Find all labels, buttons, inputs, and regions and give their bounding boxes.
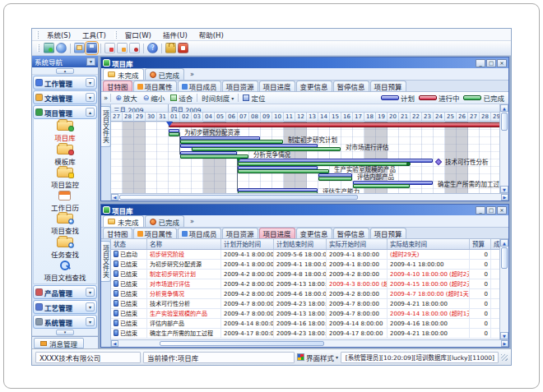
restore-button[interactable]: □ (486, 206, 496, 214)
help-icon[interactable] (147, 43, 158, 53)
tab-项目预算[interactable]: 项目预算 (370, 81, 406, 91)
sidebar-collapse-button[interactable]: ▾ (86, 58, 95, 66)
sync-icon[interactable] (44, 43, 54, 53)
menu-item[interactable]: 系统(S) (41, 30, 77, 39)
sidebar-item-模板库[interactable]: 模板库 (54, 145, 76, 166)
window-titlebar[interactable]: 项目库 _ □ × (101, 58, 508, 68)
tabs-overflow-button[interactable]: » (188, 217, 197, 227)
column-header-状态[interactable]: 状态 (111, 239, 147, 249)
sidebar-item-工作日历[interactable]: 工作日历 (51, 191, 79, 212)
table-row[interactable]: 已结束为初步研究分配资源2009-4-1 8:00:002009-4-1 18:… (111, 260, 499, 270)
locate-button[interactable]: 定位 (241, 93, 267, 103)
resize-grip[interactable] (501, 354, 508, 361)
toolbar-overflow-button[interactable]: » (104, 94, 108, 102)
toolbar-grip-handle[interactable] (37, 44, 39, 52)
restore-button[interactable]: □ (486, 59, 496, 67)
scroll-right-arrow[interactable]: ▶ (501, 194, 508, 201)
table-row[interactable]: 已结束评估内部产品2009-4-14 8:00:002009-4-16 18:0… (111, 319, 499, 329)
chevron-down-icon[interactable]: ▾ (86, 93, 95, 102)
exit-icon[interactable] (178, 43, 188, 53)
scroll-up-arrow[interactable]: ▲ (500, 239, 508, 247)
window-titlebar[interactable]: 项目库 _ □ × (101, 205, 508, 215)
table-row[interactable]: 已结束生产实验室规模的产品2009-4-7 8:00:002009-4-13 1… (111, 309, 499, 319)
sidebar-item-任务查找[interactable]: 任务查找 (51, 238, 79, 259)
gantt-bar-actual[interactable] (318, 177, 352, 181)
ui-style-button[interactable]: 界面样式 ▾ (297, 353, 338, 362)
sidebar-scroll-down-strip[interactable]: ▾ (32, 329, 98, 336)
scroll-down-arrow[interactable]: ▼ (500, 332, 508, 339)
report-add-icon[interactable] (104, 43, 115, 53)
table-row[interactable]: 已结束技术可行性分析2009-4-7 8:00:002009-4-23 18:0… (111, 299, 499, 309)
menu-item[interactable]: 帮助(H) (193, 30, 230, 39)
tab-项目资源[interactable]: 项目资源 (222, 81, 258, 91)
gantt-bar-actual[interactable] (238, 169, 329, 173)
folder-tab-未完成[interactable]: 未完成 (103, 215, 144, 227)
sidebar-item-项目查找[interactable]: 项目查找 (51, 214, 79, 235)
menubar-grip-handle[interactable] (36, 31, 39, 39)
scrollbar-thumb[interactable] (501, 247, 508, 269)
column-header-计划开始时间[interactable]: 计划开始时间 (221, 239, 274, 249)
sidebar-group-工作管理[interactable]: 工作管理▾ (33, 76, 97, 90)
tab-项目进度[interactable]: 项目进度 (259, 81, 295, 91)
close-button[interactable]: × (497, 59, 507, 67)
folder-open-icon[interactable] (74, 43, 85, 53)
tab-项目属性[interactable]: 项目属性 (133, 81, 177, 91)
table-row[interactable]: 已结束确定生产所需的加工过程2009-4-17 8:00:002009-4-23… (111, 329, 499, 339)
report-del-icon[interactable] (129, 43, 140, 53)
table-vertical-scrollbar[interactable]: ▲ ▼ (499, 239, 508, 339)
tab-变更信息[interactable]: 变更信息 (296, 228, 332, 238)
column-header-实际开始时间[interactable]: 实际开始时间 (327, 239, 388, 249)
tab-项目成员[interactable]: 项目成员 (178, 228, 221, 238)
chevron-down-icon[interactable]: ▾ (86, 317, 95, 326)
time-scale-button[interactable]: 时间刻度▾ (200, 93, 235, 103)
table-row[interactable]: 已启动初步研究阶段2009-4-1 8:00:002009-5-6 18:00:… (111, 250, 499, 260)
folder-tab-已完成[interactable]: 已完成 (145, 215, 185, 227)
tab-甘特图[interactable]: 甘特图 (103, 81, 132, 91)
folder-tab-未完成[interactable]: 未完成 (103, 68, 144, 80)
sidebar-group-系统管理[interactable]: 系统管理▾ (33, 315, 97, 329)
minimize-button[interactable]: _ (476, 59, 485, 67)
zoom-in-button[interactable]: ⊕放大 (114, 93, 139, 103)
lock-icon[interactable] (165, 43, 176, 53)
table-horizontal-scrollbar[interactable]: ◀ ▶ (111, 339, 508, 347)
table-row[interactable]: 已结束制定初步研究计划2009-4-2 8:00:002009-4-8 18:0… (111, 270, 499, 279)
tab-项目预算[interactable]: 项目预算 (370, 228, 406, 238)
scroll-down-arrow[interactable]: ▼ (500, 186, 508, 193)
chevron-up-icon[interactable]: ▴ (86, 108, 95, 117)
gantt-summary-bar[interactable] (169, 122, 499, 127)
chevron-down-icon[interactable]: ▾ (86, 78, 95, 87)
menu-item[interactable]: 窗口(W) (119, 30, 157, 39)
vertical-tab-project-folders[interactable]: 项目文件夹 (101, 241, 111, 282)
save-icon[interactable] (86, 43, 97, 53)
tabs-overflow-button[interactable]: » (188, 70, 197, 80)
menu-item[interactable]: 工具(T) (77, 30, 112, 39)
column-header-实际结束时间[interactable]: 实际结束时间 (388, 239, 470, 249)
globe-icon[interactable] (56, 43, 67, 53)
tab-甘特图[interactable]: 甘特图 (103, 228, 132, 238)
fit-button[interactable]: 适合 (169, 93, 194, 103)
tab-message-management[interactable]: 消息管理 (34, 338, 84, 348)
close-button[interactable]: × (497, 206, 507, 214)
scroll-right-arrow[interactable]: ▶ (501, 340, 508, 347)
scrollbar-thumb[interactable] (160, 341, 324, 346)
sidebar-scroll-up-strip[interactable]: ▴ (32, 67, 98, 75)
scroll-left-arrow[interactable]: ◀ (111, 194, 118, 201)
sidebar-group-工艺管理[interactable]: 工艺管理▾ (33, 300, 97, 314)
scroll-left-arrow[interactable]: ◀ (111, 340, 118, 347)
tab-项目属性[interactable]: 项目属性 (133, 228, 177, 238)
zoom-out-button[interactable]: ⊖缩小 (142, 93, 167, 103)
column-header-名称[interactable]: 名称 (147, 239, 221, 249)
menu-item[interactable]: 插件(U) (157, 30, 193, 39)
tab-暂停信息[interactable]: 暂停信息 (333, 81, 369, 91)
tab-变更信息[interactable]: 变更信息 (296, 81, 332, 91)
column-header-成[interactable]: 成 (491, 239, 499, 249)
sidebar-group-项目管理[interactable]: 项目管理▴ (33, 105, 97, 119)
report-edit-icon[interactable] (117, 43, 128, 53)
column-header-计划结束时间[interactable]: 计划结束时间 (274, 239, 327, 249)
chevron-down-icon[interactable]: ▾ (86, 302, 95, 311)
sidebar-item-项目文档查找[interactable]: 项目文档查找 (44, 261, 86, 282)
vertical-tab-project-folders[interactable]: 项目文件夹 (101, 106, 111, 147)
scroll-up-arrow[interactable]: ▲ (500, 104, 508, 112)
tab-项目资源[interactable]: 项目资源 (222, 228, 258, 238)
gantt-vertical-scrollbar[interactable]: ▲ ▼ (499, 104, 508, 193)
